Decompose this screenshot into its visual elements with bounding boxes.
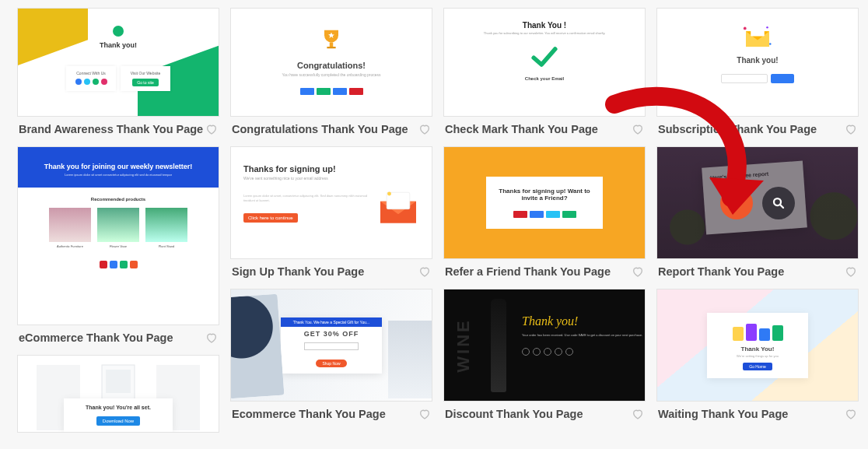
template-caption: Refer a Friend Thank You Page [443,259,646,286]
favorite-icon[interactable] [205,123,218,135]
svg-rect-4 [330,42,334,47]
template-thumbnail[interactable]: Thank you! You're all set. Download Now [17,355,219,433]
check-icon [730,196,744,210]
grid-column: Thank you! Subscription Thank You Page H… [656,8,859,436]
grid-column: Thank You ! Thank you for subscribing to… [443,8,646,436]
use-template-button[interactable] [720,187,753,219]
template-title: Brand Awareness Thank You Page [19,123,203,135]
favorite-icon[interactable] [845,123,857,135]
template-card-refer[interactable]: Thanks for signing up! Want to invite a … [443,146,646,286]
thumbnail-scene: Thanks for signing up! Want to invite a … [444,147,645,258]
template-title: Subscription Thank You Page [658,123,817,135]
grid-column: Thank you! Connect With Us [17,8,219,436]
thumbnail-scene: WINE Thank you! Your order has been rece… [444,289,645,401]
template-thumbnail[interactable]: Here's your free report [656,146,859,259]
template-card-allset[interactable]: Thank you! You're all set. Download Now [17,355,219,433]
template-thumbnail[interactable]: Thank You. We have a Special Gift for Yo… [230,289,432,402]
template-thumbnail[interactable]: Thank You! We're setting things up for y… [656,289,859,402]
template-caption: Sign Up Thank You Page [230,259,432,286]
template-thumbnail[interactable]: Thank you for joining our weekly newslet… [17,146,219,325]
template-title: Check Mark Thank You Page [445,123,598,135]
thumbnail-scene: Thanks for signing up! We've sent someth… [231,147,432,258]
template-card-subscription[interactable]: Thank you! Subscription Thank You Page [656,8,859,143]
thumbnail-scene: Thank you! Connect With Us [18,9,219,116]
favorite-icon[interactable] [845,265,857,278]
favorite-icon[interactable] [632,265,644,278]
template-card-signup[interactable]: Thanks for signing up! We've sent someth… [230,146,432,286]
svg-rect-5 [327,47,335,48]
template-title: Sign Up Thank You Page [232,265,364,278]
template-card-report[interactable]: Here's your free report Report Thank You… [656,146,859,286]
template-title: Refer a Friend Thank You Page [445,265,611,278]
template-caption: Waiting Thank You Page [656,402,859,428]
svg-point-12 [769,43,772,45]
template-caption: Congratulations Thank You Page [230,117,432,143]
favorite-icon[interactable] [205,331,218,344]
favorite-icon[interactable] [845,408,857,420]
thumbnail-scene: Thank You! We're setting things up for y… [657,289,858,401]
favorite-icon[interactable] [632,408,644,420]
svg-rect-3 [106,370,131,393]
template-thumbnail[interactable]: Thank you! Connect With Us [17,8,219,117]
svg-line-15 [780,205,783,208]
template-caption: Subscription Thank You Page [656,117,859,143]
svg-point-8 [387,191,391,195]
envelope-icon [742,24,773,49]
template-caption: eCommerce Thank You Page [17,325,219,352]
template-title: Discount Thank You Page [445,408,583,420]
template-caption: Check Mark Thank You Page [443,117,646,143]
svg-point-11 [744,27,747,30]
envelope-icon [377,190,419,226]
template-caption: Brand Awareness Thank You Page [17,117,219,143]
template-thumbnail[interactable]: Congratulations! You have successfully c… [230,8,432,117]
thumbnail-scene: Thank You ! Thank you for subscribing to… [444,9,645,116]
template-title: eCommerce Thank You Page [19,331,173,344]
favorite-icon[interactable] [632,123,644,135]
check-icon [529,41,560,72]
grid-column: Congratulations! You have successfully c… [230,8,432,436]
template-caption: Report Thank You Page [656,259,859,286]
thumbnail-scene: Thank You. We have a Special Gift for Yo… [231,289,432,401]
template-title: Ecommerce Thank You Page [232,408,386,420]
template-thumbnail[interactable]: Thank you! [656,8,859,117]
thumbnail-scene: Congratulations! You have successfully c… [231,9,432,116]
template-grid: Thank you! Connect With Us [0,0,868,444]
favorite-icon[interactable] [418,408,431,420]
trophy-icon [317,26,345,54]
svg-rect-10 [751,26,765,37]
template-caption: Discount Thank You Page [443,402,646,428]
thumbnail-scene: Thank you! You're all set. Download Now [18,356,219,432]
svg-point-13 [766,26,768,29]
preview-button[interactable] [762,187,795,219]
template-thumbnail[interactable]: Thanks for signing up! We've sent someth… [230,146,432,259]
favorite-icon[interactable] [418,265,431,278]
thumbnail-title: Thank you! [18,41,219,49]
template-title: Report Thank You Page [658,265,784,278]
template-caption: Ecommerce Thank You Page [230,402,432,428]
template-card-brand[interactable]: Thank you! Connect With Us [17,8,219,143]
magnify-icon [772,196,786,210]
template-title: Waiting Thank You Page [658,408,788,420]
thumbnail-scene: Here's your free report [657,147,858,258]
template-thumbnail[interactable]: Thanks for signing up! Want to invite a … [443,146,646,259]
template-thumbnail[interactable]: Thank You ! Thank you for subscribing to… [443,8,646,117]
hover-actions [657,147,858,258]
thumbnail-scene: Thank you! [657,9,858,116]
template-card-congrats[interactable]: Congratulations! You have successfully c… [230,8,432,143]
template-card-waiting[interactable]: Thank You! We're setting things up for y… [656,289,859,428]
template-card-discount[interactable]: WINE Thank you! Your order has been rece… [443,289,646,428]
template-thumbnail[interactable]: WINE Thank you! Your order has been rece… [443,289,646,402]
template-card-check[interactable]: Thank You ! Thank you for subscribing to… [443,8,646,143]
thumbnail-scene: Thank you for joining our weekly newslet… [18,147,219,324]
template-card-ecommerce[interactable]: Thank you for joining our weekly newslet… [17,146,219,352]
template-card-ecom2[interactable]: Thank You. We have a Special Gift for Yo… [230,289,432,428]
favorite-icon[interactable] [418,123,431,135]
template-title: Congratulations Thank You Page [232,123,408,135]
